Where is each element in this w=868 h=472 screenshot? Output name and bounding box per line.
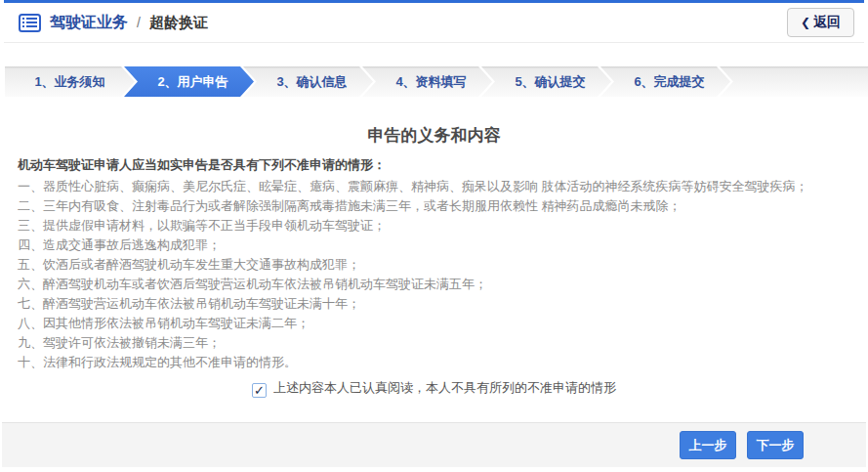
page-title: 驾驶证业务 (50, 13, 128, 33)
footer-bar: 上一步 下一步 (2, 422, 866, 467)
back-button[interactable]: ❮ 返回 (787, 8, 854, 37)
back-button-label: 返回 (813, 14, 841, 31)
declaration-item: 十、法律和行政法规规定的其他不准申请的情形。 (18, 353, 854, 372)
declaration-item: 六、醉酒驾驶机动车或者饮酒后驾驶营运机动车依法被吊销机动车驾驶证未满五年； (18, 275, 854, 294)
step-4-fill-materials[interactable]: 4、资料填写 (362, 66, 492, 97)
license-business-icon (19, 14, 41, 32)
step-3-confirm-info[interactable]: 3、确认信息 (243, 66, 373, 97)
step-progress-bar: 1、业务须知 2、用户申告 3、确认信息 4、资料填写 5、确认提交 6、完成提… (5, 66, 868, 97)
declaration-intro: 机动车驾驶证申请人应当如实申告是否具有下列不准申请的情形： (18, 155, 854, 175)
agreement-row: ✓上述内容本人已认真阅读，本人不具有所列的不准申请的情形 (0, 379, 868, 398)
declaration-item: 三、提供虚假申请材料，以欺骗等不正当手段申领机动车驾驶证； (18, 216, 854, 236)
declaration-item: 九、驾驶许可依法被撤销未满三年； (18, 333, 854, 353)
declaration-content: 机动车驾驶证申请人应当如实申告是否具有下列不准申请的情形： 一、器质性心脏病、癫… (18, 155, 854, 372)
prev-step-button[interactable]: 上一步 (680, 431, 736, 459)
next-step-button[interactable]: 下一步 (747, 431, 804, 459)
breadcrumb-separator: / (137, 15, 141, 30)
step-6-complete-submit[interactable]: 6、完成提交 (600, 66, 730, 97)
step-1-business-notice[interactable]: 1、业务须知 (5, 66, 135, 97)
step-5-confirm-submit[interactable]: 5、确认提交 (481, 66, 611, 97)
agreement-label: 上述内容本人已认真阅读，本人不具有所列的不准申请的情形 (273, 380, 616, 395)
declaration-item: 七、醉酒驾驶营运机动车依法被吊销机动车驾驶证未满十年； (18, 294, 854, 314)
header: 驾驶证业务 / 超龄换证 ❮ 返回 (4, 3, 864, 43)
declaration-item: 一、器质性心脏病、癫痫病、美尼尔氏症、眩晕症、癔病、震颤麻痹、精神病、痴呆以及影… (18, 177, 854, 196)
declaration-item: 四、造成交通事故后逃逸构成犯罪； (18, 236, 854, 255)
declaration-item: 五、饮酒后或者醉酒驾驶机动车发生重大交通事故构成犯罪； (18, 255, 854, 275)
check-icon: ✓ (254, 383, 265, 398)
chevron-left-icon: ❮ (801, 17, 810, 28)
step-2-user-declaration[interactable]: 2、用户申告 (124, 66, 254, 97)
declaration-title: 申告的义务和内容 (0, 124, 868, 147)
breadcrumb-current: 超龄换证 (149, 14, 208, 32)
step-bar-filler (720, 66, 868, 97)
page: 驾驶证业务 / 超龄换证 ❮ 返回 1、业务须知 2、用户申告 3、确认信息 4… (0, 0, 868, 472)
declaration-item: 二、三年内有吸食、注射毒品行为或者解除强制隔离戒毒措施未满三年，或者长期服用依赖… (18, 196, 854, 216)
agreement-checkbox[interactable]: ✓ (252, 383, 267, 398)
declaration-item: 八、因其他情形依法被吊销机动车驾驶证未满二年； (18, 314, 854, 333)
